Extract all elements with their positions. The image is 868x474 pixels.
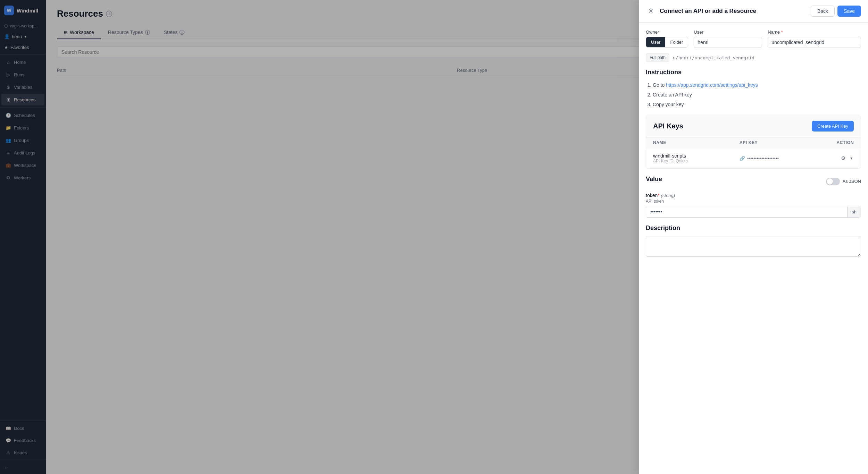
api-col-name-header: NAME	[653, 140, 740, 145]
modal-title: Connect an API or add a Resource	[660, 8, 756, 15]
value-title: Value	[646, 176, 662, 183]
as-json-toggle[interactable]	[826, 178, 840, 185]
api-col-action-header: ACTION	[826, 140, 854, 145]
token-show-button[interactable]: sh	[847, 206, 861, 217]
description-title: Description	[646, 225, 861, 232]
api-keys-title: API Keys	[653, 122, 683, 130]
api-chevron-button[interactable]: ▾	[849, 155, 854, 161]
token-input-row: sh	[646, 206, 861, 218]
modal-header: ✕ Connect an API or add a Resource Back …	[639, 0, 868, 23]
modal-panel: ✕ Connect an API or add a Resource Back …	[639, 0, 868, 474]
modal-header-right: Back Save	[811, 6, 861, 17]
value-header: Value As JSON	[646, 176, 861, 187]
api-gear-button[interactable]: ⚙	[840, 154, 847, 162]
user-group: User	[694, 29, 762, 48]
as-json-label: As JSON	[843, 179, 861, 184]
link-icon: 🔗	[740, 156, 745, 161]
api-table-header: NAME API KEY ACTION	[646, 137, 861, 148]
description-section: Description	[646, 225, 861, 258]
full-path-value: u/henri/uncomplicated_sendgrid	[673, 55, 754, 60]
toggle-knob	[827, 178, 833, 185]
sendgrid-link[interactable]: https://app.sendgrid.com/settings/api_ke…	[666, 82, 758, 88]
instruction-step-2: Create an API key	[653, 90, 861, 100]
api-keys-box: API Keys Create API Key NAME API KEY ACT…	[646, 115, 861, 169]
modal-close-button[interactable]: ✕	[646, 6, 656, 16]
full-path-row: Full path u/henri/uncomplicated_sendgrid	[646, 53, 861, 62]
instructions-list: Go to https://app.sendgrid.com/settings/…	[646, 80, 861, 109]
token-description: API token	[646, 199, 861, 204]
api-name-cell: windmill-scripts API Key ID: Qnkko	[653, 153, 740, 163]
instructions-title: Instructions	[646, 69, 861, 76]
user-label: User	[694, 29, 762, 35]
owner-folder-button[interactable]: Folder	[665, 37, 688, 47]
api-action-cell: ⚙ ▾	[826, 154, 854, 162]
owner-row: Owner User Folder User Name *	[646, 29, 861, 48]
api-key-masked: ••••••••••••••••••••	[747, 156, 779, 161]
user-input[interactable]	[694, 37, 762, 48]
token-field-label: token* (string)	[646, 193, 861, 198]
modal-body: Owner User Folder User Name * Full pat	[639, 23, 868, 474]
instruction-step-3: Copy your key	[653, 100, 861, 109]
save-button[interactable]: Save	[837, 6, 861, 17]
owner-toggle: User Folder	[646, 37, 688, 48]
name-group: Name *	[768, 29, 861, 48]
description-textarea[interactable]	[646, 236, 861, 257]
back-button[interactable]: Back	[811, 6, 835, 17]
api-table-row: windmill-scripts API Key ID: Qnkko 🔗 •••…	[646, 148, 861, 168]
api-name-main: windmill-scripts	[653, 153, 740, 159]
token-field-group: token* (string) API token sh	[646, 193, 861, 218]
name-label: Name *	[768, 29, 861, 35]
create-api-key-button[interactable]: Create API Key	[812, 121, 854, 132]
value-section: Value As JSON token* (string) API token …	[646, 176, 861, 218]
as-json-row: As JSON	[826, 178, 861, 185]
owner-group: Owner User Folder	[646, 29, 688, 48]
token-input[interactable]	[646, 206, 847, 217]
token-type-hint: (string)	[661, 193, 675, 198]
full-path-label: Full path	[646, 53, 669, 62]
instruction-step-1: Go to https://app.sendgrid.com/settings/…	[653, 80, 861, 90]
api-name-sub: API Key ID: Qnkko	[653, 159, 740, 163]
name-input[interactable]	[768, 37, 861, 48]
api-key-cell: 🔗 ••••••••••••••••••••	[740, 156, 826, 161]
api-keys-header: API Keys Create API Key	[646, 115, 861, 137]
name-required-star: *	[781, 29, 783, 35]
token-required-star: *	[658, 193, 659, 198]
modal-header-left: ✕ Connect an API or add a Resource	[646, 6, 756, 16]
owner-label: Owner	[646, 29, 688, 35]
api-col-key-header: API KEY	[740, 140, 826, 145]
owner-user-button[interactable]: User	[646, 37, 665, 47]
